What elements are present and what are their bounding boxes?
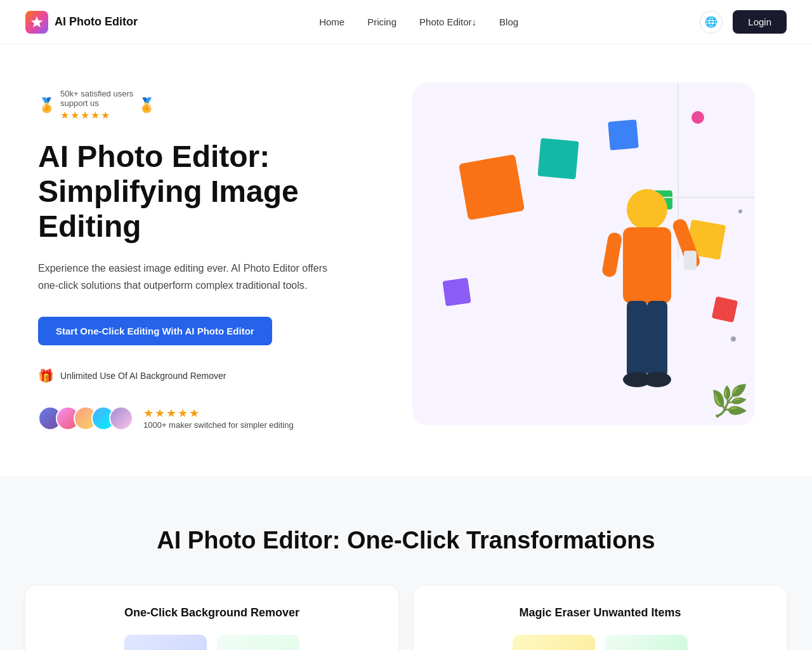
hero-section: 🏅 50k+ satisfied users support us ★★★★★ … <box>0 44 812 476</box>
svg-rect-2 <box>623 227 671 303</box>
language-button[interactable]: 🌐 <box>700 11 723 34</box>
social-text-block: ★★★★★ 1000+ maker switched for simpler e… <box>143 406 294 430</box>
features-section: AI Photo Editor: One-Click Transformatio… <box>0 476 812 650</box>
svg-rect-6 <box>647 301 667 377</box>
card-1-title: One-Click Background Remover <box>46 606 378 620</box>
card-1-content: 👩 👩 <box>46 635 378 650</box>
nav-links: Home Pricing Photo Editor↓ Blog <box>319 17 518 28</box>
shape-purple <box>442 277 471 306</box>
hero-illustration: 🌿 <box>412 83 755 425</box>
shape-teal <box>537 138 579 179</box>
card-2-content: 🏙️ ✨ <box>434 635 766 650</box>
gift-icon: 🎁 <box>38 368 54 383</box>
laurel-right-icon: 🏅 <box>138 97 155 114</box>
nav-blog[interactable]: Blog <box>499 17 518 27</box>
badge-text-line1: 50k+ satisfied users <box>60 89 133 98</box>
svg-point-8 <box>643 372 671 387</box>
hero-description: Experience the easiest image editing eve… <box>38 260 343 294</box>
feature-card-1: One-Click Background Remover 👩 👩 <box>25 586 398 650</box>
nav-right: 🌐 Login <box>700 10 787 34</box>
nav-photo-editor[interactable]: Photo Editor↓ <box>419 17 476 27</box>
deco-dot-small1 <box>731 336 736 342</box>
nav-home[interactable]: Home <box>319 17 344 27</box>
social-stars: ★★★★★ <box>143 406 294 420</box>
user-badge: 🏅 50k+ satisfied users support us ★★★★★ … <box>38 89 368 121</box>
section-title: AI Photo Editor: One-Click Transformatio… <box>25 527 787 554</box>
svg-rect-4 <box>601 232 623 278</box>
badge-text-line2: support us <box>60 98 133 108</box>
cta-button[interactable]: Start One-Click Editing With AI Photo Ed… <box>38 317 272 345</box>
badge-stars: ★★★★★ <box>60 109 133 121</box>
svg-rect-9 <box>684 251 697 270</box>
social-proof: ★★★★★ 1000+ maker switched for simpler e… <box>38 406 368 430</box>
feature-badge: 🎁 Unlimited Use Of AI Background Remover <box>38 368 368 383</box>
hero-right: 🌿 <box>393 83 774 425</box>
svg-rect-5 <box>627 301 647 377</box>
eraser-before: 🏙️ <box>513 635 595 650</box>
feature-label: Unlimited Use Of AI Background Remover <box>60 371 226 381</box>
logo-icon <box>25 11 48 34</box>
globe-icon: 🌐 <box>705 16 717 28</box>
person-illustration <box>577 159 717 425</box>
hero-title: AI Photo Editor: Simplifying Image Editi… <box>38 139 368 244</box>
login-button[interactable]: Login <box>733 10 787 34</box>
feature-cards: One-Click Background Remover 👩 👩 Magic E… <box>25 586 787 650</box>
feature-card-2: Magic Eraser Unwanted Items 🏙️ ✨ <box>414 586 787 650</box>
avatar-group <box>38 406 133 430</box>
shape-orange <box>459 154 525 220</box>
hero-left: 🏅 50k+ satisfied users support us ★★★★★ … <box>38 83 368 430</box>
card-2-title: Magic Eraser Unwanted Items <box>434 606 766 620</box>
laurel-left-icon: 🏅 <box>38 97 55 114</box>
svg-point-1 <box>627 189 667 230</box>
logo-text: AI Photo Editor <box>55 15 138 29</box>
eraser-after: ✨ <box>605 635 688 650</box>
deco-dot-small2 <box>738 209 742 213</box>
shape-blue <box>608 119 639 150</box>
logo-link[interactable]: AI Photo Editor <box>25 11 138 34</box>
navbar: AI Photo Editor Home Pricing Photo Edito… <box>0 0 812 44</box>
bg-remover-before: 👩 <box>124 635 207 650</box>
bg-remover-after: 👩 <box>217 635 299 650</box>
nav-pricing[interactable]: Pricing <box>367 17 396 27</box>
svg-marker-0 <box>31 16 43 27</box>
plant-deco: 🌿 <box>710 383 749 419</box>
deco-dot-pink <box>691 111 704 124</box>
social-text: 1000+ maker switched for simpler editing <box>143 420 294 430</box>
avatar-5 <box>109 406 133 430</box>
